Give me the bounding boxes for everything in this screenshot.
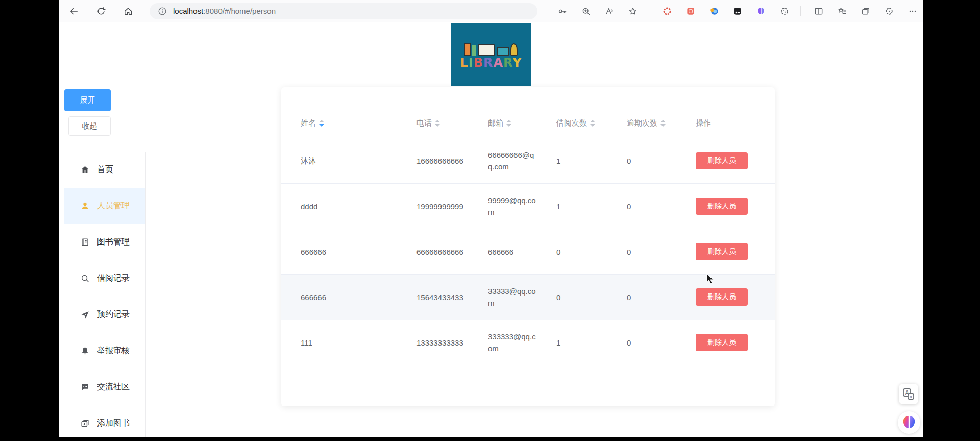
cell-name: 666666 [301, 293, 416, 302]
more-menu-icon[interactable] [907, 6, 918, 17]
table-row[interactable]: 666666 15643433433 33333@qq.com 0 0 删除人员 [281, 275, 775, 320]
collapse-button[interactable]: 收起 [68, 116, 111, 136]
cell-email: 333333@qq.com [488, 331, 556, 354]
translate-widget-button[interactable]: A a [899, 384, 918, 404]
sidebar-item-community[interactable]: 交流社区 [64, 369, 145, 405]
toolbar-separator [649, 6, 649, 16]
column-header-overdue-count[interactable]: 逾期次数 [627, 118, 696, 128]
ext-cookie-icon[interactable] [779, 6, 790, 17]
sidebar-item-report-review[interactable]: 举报审核 [64, 333, 145, 369]
column-header-name[interactable]: 姓名 [301, 118, 416, 128]
favorites-hub-icon[interactable] [837, 6, 848, 17]
favorite-star-icon[interactable] [627, 6, 639, 17]
sort-carets-icon[interactable] [590, 120, 595, 127]
cell-borrow-count: 1 [556, 157, 627, 165]
address-bar[interactable]: localhost:8080/#/home/person [150, 3, 537, 19]
cell-borrow-count: 1 [556, 338, 627, 347]
sidebar-item-add-book[interactable]: 添加图书 [64, 405, 145, 437]
sort-carets-icon[interactable] [435, 120, 440, 127]
ai-brain-widget-button[interactable] [898, 411, 920, 434]
cell-name: dddd [301, 202, 416, 211]
delete-person-button[interactable]: 删除人员 [696, 334, 748, 351]
refresh-icon[interactable] [95, 6, 107, 17]
user-icon [80, 201, 90, 211]
cell-phone: 66666666666 [416, 246, 488, 258]
ext-red-square-icon[interactable] [685, 6, 696, 17]
cell-phone: 15643433433 [416, 291, 488, 303]
password-key-icon[interactable] [557, 6, 568, 17]
column-header-borrow-count[interactable]: 借阅次数 [556, 118, 627, 128]
sidebar-item-label: 预约记录 [97, 309, 130, 320]
sidebar-item-reservation-records[interactable]: 预约记录 [64, 297, 145, 333]
delete-person-button[interactable]: 删除人员 [696, 152, 748, 169]
sidebar-item-label: 举报审核 [97, 346, 130, 356]
sidebar-item-book-management[interactable]: 图书管理 [64, 224, 145, 260]
site-info-icon[interactable] [157, 6, 168, 17]
sidebar-item-label: 借阅记录 [97, 273, 130, 284]
table-row[interactable]: 111 13333333333 333333@qq.com 1 0 删除人员 [281, 320, 775, 365]
logo-wordmark: LIBRARY [460, 57, 522, 69]
cell-name: 111 [301, 338, 416, 347]
table-header-row: 姓名 电话 邮箱 借阅次数 逾期次数 [281, 108, 775, 138]
app-page: LIBRARY 展开 收起 首页 人员管理 图书管理 [59, 22, 923, 437]
read-aloud-icon[interactable] [604, 6, 615, 17]
search-icon [80, 274, 90, 284]
split-screen-icon[interactable] [813, 6, 824, 17]
library-logo: LIBRARY [451, 23, 531, 86]
logo-books-art [464, 40, 518, 56]
url-host: localhost [173, 7, 203, 15]
ext-red-ring-icon[interactable] [662, 6, 673, 17]
column-header-email[interactable]: 邮箱 [488, 118, 556, 128]
cell-overdue-count: 0 [627, 248, 696, 256]
expand-button[interactable]: 展开 [64, 89, 111, 111]
bell-icon [80, 346, 90, 356]
cell-email: 66666666@qq.com [488, 149, 556, 173]
book-icon [80, 237, 90, 248]
cell-overdue-count: 0 [627, 338, 696, 347]
translate-icon: A a [902, 387, 915, 401]
sort-carets-icon[interactable] [660, 120, 666, 127]
sidebar-item-label: 人员管理 [97, 201, 130, 211]
cell-email: 99999@qq.com [488, 194, 556, 218]
sidebar-item-person-management[interactable]: 人员管理 [64, 188, 145, 224]
table-row[interactable]: 666666 66666666666 666666 0 0 删除人员 [281, 229, 775, 275]
delete-person-button[interactable]: 删除人员 [696, 198, 748, 215]
url-text[interactable]: localhost:8080/#/home/person [173, 7, 276, 15]
cell-phone: 19999999999 [416, 201, 488, 212]
table-row[interactable]: dddd 19999999999 99999@qq.com 1 0 删除人员 [281, 184, 775, 229]
sidebar-item-borrow-records[interactable]: 借阅记录 [64, 260, 145, 297]
sidebar-item-label: 添加图书 [97, 418, 130, 429]
chat-icon [80, 382, 90, 393]
cell-borrow-count: 0 [556, 293, 627, 302]
cell-name: 沐沐 [301, 156, 416, 166]
cell-borrow-count: 1 [556, 202, 627, 211]
cell-overdue-count: 0 [627, 202, 696, 211]
sidebar-item-label: 首页 [97, 164, 113, 175]
ext-purple-brain-icon[interactable] [755, 6, 767, 17]
delete-person-button[interactable]: 删除人员 [696, 288, 748, 306]
home-icon [80, 165, 90, 175]
home-icon[interactable] [122, 6, 134, 17]
cell-overdue-count: 0 [627, 293, 696, 302]
svg-text:a: a [910, 395, 912, 399]
zoom-icon[interactable] [580, 6, 592, 17]
column-header-phone[interactable]: 电话 [416, 118, 488, 128]
sidebar-menu: 首页 人员管理 图书管理 借阅记录 [64, 152, 146, 437]
browser-essentials-icon[interactable] [884, 6, 895, 17]
sidebar-item-home[interactable]: 首页 [64, 152, 145, 188]
collections-icon[interactable] [860, 6, 871, 17]
cell-name: 666666 [301, 248, 416, 256]
table-row[interactable]: 沐沐 16666666666 66666666@qq.com 1 0 删除人员 [281, 138, 775, 184]
ext-black-domino-icon[interactable] [732, 6, 743, 17]
cell-overdue-count: 0 [627, 157, 696, 165]
ext-blue-orange-icon[interactable] [708, 6, 720, 17]
copy-add-icon [80, 419, 90, 429]
sort-carets-icon[interactable] [506, 120, 511, 127]
cell-email: 666666 [488, 246, 556, 258]
cell-phone: 16666666666 [416, 155, 488, 167]
sort-carets-icon[interactable] [319, 120, 324, 127]
url-path: :8080/#/home/person [203, 7, 276, 15]
back-icon[interactable] [68, 6, 80, 17]
cell-phone: 13333333333 [416, 337, 488, 349]
delete-person-button[interactable]: 删除人员 [696, 243, 748, 260]
